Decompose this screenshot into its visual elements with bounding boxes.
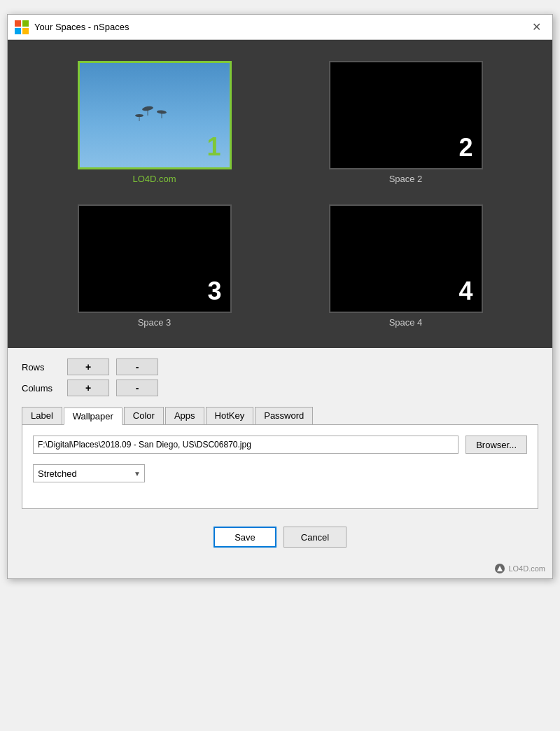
bottom-buttons: Save Cancel	[8, 516, 552, 562]
window-title: Your Spaces - nSpaces	[34, 22, 129, 32]
space-number-2: 2	[450, 127, 481, 168]
tab-bar: Label Wallpaper Color Apps HotKey Passwo…	[22, 407, 538, 425]
tab-label[interactable]: Label	[22, 407, 62, 424]
rows-cols: Rows + - Colums + -	[22, 358, 538, 396]
space-number-3: 3	[199, 271, 230, 312]
space-label-2: Space 2	[389, 174, 423, 184]
cancel-button[interactable]: Cancel	[284, 527, 346, 548]
birds-svg	[127, 95, 183, 130]
rows-plus-button[interactable]: +	[67, 358, 109, 375]
space-label-4: Space 4	[389, 317, 423, 328]
close-button[interactable]: ✕	[527, 18, 545, 36]
tab-content-wallpaper: Browser... Stretched Centered Tiled Fit …	[22, 425, 538, 509]
tab-password[interactable]: Password	[255, 407, 313, 424]
tab-color[interactable]: Color	[124, 407, 164, 424]
title-bar: Your Spaces - nSpaces ✕	[8, 15, 552, 40]
rows-minus-button[interactable]: -	[116, 358, 158, 375]
tab-wallpaper[interactable]: Wallpaper	[64, 408, 122, 425]
stretch-select-wrapper: Stretched Centered Tiled Fit Fill ▼	[33, 464, 145, 482]
file-row: Browser...	[33, 436, 527, 454]
controls-panel: Rows + - Colums + - Label Wallpaper Colo…	[8, 348, 552, 516]
space-thumb-2[interactable]: 2	[329, 61, 483, 169]
space-item-2[interactable]: 2 Space 2	[287, 61, 524, 190]
space-item-4[interactable]: 4 Space 4	[287, 204, 524, 334]
watermark-text: LO4D.com	[508, 564, 545, 573]
stretch-dropdown[interactable]: Stretched Centered Tiled Fit Fill	[33, 464, 145, 482]
title-bar-left: Your Spaces - nSpaces	[15, 20, 129, 34]
space-number-1: 1	[198, 127, 229, 167]
windows-icon	[15, 20, 29, 34]
watermark: LO4D.com	[8, 562, 552, 578]
tab-apps[interactable]: Apps	[165, 407, 204, 424]
rows-row: Rows + -	[22, 358, 538, 375]
space-thumb-4[interactable]: 4	[329, 204, 483, 313]
cols-label: Colums	[22, 383, 60, 394]
rows-label: Rows	[22, 362, 60, 373]
space-thumb-3[interactable]: 3	[78, 204, 232, 313]
space-item-3[interactable]: 3 Space 3	[36, 204, 273, 334]
watermark-icon	[494, 563, 505, 574]
file-path-input[interactable]	[33, 436, 458, 454]
save-button[interactable]: Save	[214, 527, 276, 548]
tab-hotkey[interactable]: HotKey	[206, 407, 254, 424]
cols-minus-button[interactable]: -	[116, 380, 158, 396]
space-thumb-1[interactable]: 1	[78, 61, 232, 169]
browse-button[interactable]: Browser...	[465, 436, 527, 454]
main-window: Your Spaces - nSpaces ✕ 1	[7, 14, 553, 579]
space-number-4: 4	[450, 271, 481, 312]
cols-row: Colums + -	[22, 380, 538, 396]
spaces-panel: 1 LO4D.com 2 Space 2 3 Space 3 4 Space 4	[8, 40, 552, 348]
space-label-1: LO4D.com	[132, 174, 176, 184]
space-label-3: Space 3	[138, 317, 172, 328]
cols-plus-button[interactable]: +	[67, 380, 109, 396]
space-item-1[interactable]: 1 LO4D.com	[36, 61, 273, 190]
